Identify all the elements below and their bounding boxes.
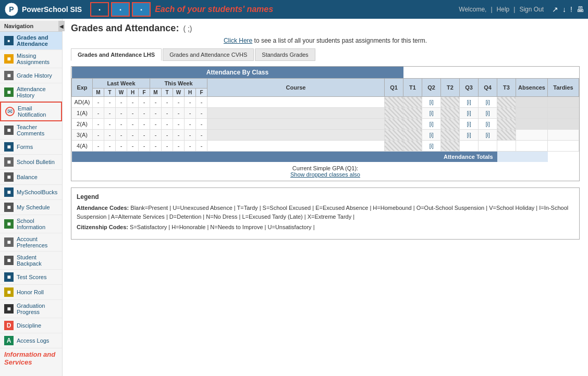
absences-cell <box>516 119 548 130</box>
day-cell: - <box>196 97 207 108</box>
honor-roll-icon: ■ <box>4 287 14 297</box>
sidebar-item-discipline[interactable]: D Discipline <box>0 318 62 333</box>
sidebar-item-access-logs[interactable]: A Access Logs <box>0 333 62 348</box>
show-dropped-link[interactable]: Show dropped classes also <box>290 171 360 178</box>
q4-link[interactable]: [i] <box>486 99 490 105</box>
student-tab-3[interactable]: ▪ <box>132 2 151 17</box>
alert-icon[interactable]: ! <box>570 5 572 14</box>
day-tw-w: W <box>173 89 185 97</box>
day-cell: - <box>116 130 127 141</box>
sidebar-item-grade-history[interactable]: ■ Grade History <box>0 68 62 83</box>
student-tab-2[interactable]: ▪ <box>111 2 130 17</box>
q2-cell[interactable]: [i] <box>422 141 441 152</box>
sidebar-label-graduation: Graduation Progress <box>17 303 58 315</box>
q2-link[interactable]: [i] <box>430 99 434 105</box>
sidebar-item-grades-attendance[interactable]: ■ Grades and Attendance <box>0 32 62 50</box>
col-tardies: Tardies <box>548 79 579 97</box>
q2-link[interactable]: [i] <box>430 132 434 138</box>
sidebar-item-student-backpack[interactable]: ■ Student Backpack <box>0 252 62 270</box>
sidebar-item-school-bulletin[interactable]: ■ School Bulletin <box>0 155 62 170</box>
sidebar-label-honor: Honor Roll <box>17 289 44 295</box>
sidebar-title: Navigation <box>0 21 62 32</box>
bulletin-icon: ■ <box>4 157 14 167</box>
q4-cell[interactable]: [i] <box>479 97 497 108</box>
day-cell: - <box>185 141 196 152</box>
sidebar-item-attendance-history[interactable]: ■ Attendance History <box>0 83 62 102</box>
q3-cell[interactable]: [i] <box>460 130 479 141</box>
sidebar-item-teacher-comments[interactable]: ■ Teacher Comments <box>0 121 62 140</box>
sidebar-item-myschoolbucks[interactable]: ■ MySchoolBucks <box>0 185 62 200</box>
q2-cell[interactable]: [i] <box>422 97 441 108</box>
q3-cell[interactable]: [i] <box>460 119 479 130</box>
q3-cell <box>460 141 479 152</box>
day-cell: - <box>104 97 116 108</box>
q4-link[interactable]: [i] <box>486 110 490 116</box>
click-here-suffix: to see a list of all your students past … <box>252 37 427 44</box>
sidebar-item-missing-assignments[interactable]: ■ Missing Assignments <box>0 50 62 68</box>
q4-link[interactable]: [i] <box>486 121 490 127</box>
day-cell: - <box>104 108 116 119</box>
tab-cvhs[interactable]: Grades and Attendance CVHS <box>163 48 254 61</box>
q3-cell[interactable]: [i] <box>460 97 479 108</box>
q4-link[interactable]: [i] <box>486 132 490 138</box>
q2-link[interactable]: [i] <box>430 110 434 116</box>
sidebar-item-email-notification[interactable]: ✉ Email Notification <box>0 102 62 121</box>
signout-link[interactable]: Sign Out <box>519 6 544 13</box>
sidebar-item-my-schedule[interactable]: ■ My Schedule <box>0 200 62 215</box>
sidebar-collapse-button[interactable]: ◀ <box>58 21 65 31</box>
q2-cell[interactable]: [i] <box>422 119 441 130</box>
attendance-codes-text: Blank=Present | U=Unexcused Absence | T=… <box>77 205 568 220</box>
q2-cell[interactable]: [i] <box>422 130 441 141</box>
grade-history-icon: ■ <box>4 71 14 80</box>
click-here-link[interactable]: Click Here <box>224 37 252 44</box>
q3-link[interactable]: [i] <box>467 121 471 127</box>
day-lw-w: W <box>116 89 127 97</box>
graduation-icon: ■ <box>4 304 14 314</box>
email-notification-icon: ✉ <box>5 107 15 116</box>
q1-cell <box>385 108 403 119</box>
q3-link[interactable]: [i] <box>467 110 471 116</box>
sidebar-item-forms[interactable]: ■ Forms <box>0 140 62 155</box>
day-cell: - <box>139 130 150 141</box>
day-cell: - <box>104 130 116 141</box>
access-logs-icon: A <box>4 336 14 345</box>
day-cell: - <box>127 108 139 119</box>
sidebar-item-graduation-progress[interactable]: ■ Graduation Progress <box>0 300 62 318</box>
day-cell: - <box>173 119 185 130</box>
col-q4: Q4 <box>479 79 497 97</box>
external-link-icon[interactable]: ↗ <box>552 5 558 14</box>
q4-cell[interactable]: [i] <box>479 119 497 130</box>
header-right: Welcome, | Help | Sign Out ↗ ↓ ! 🖶 <box>459 5 584 14</box>
sidebar-item-school-information[interactable]: ■ School Information <box>0 215 62 233</box>
download-icon[interactable]: ↓ <box>562 5 566 14</box>
help-link[interactable]: Help <box>497 6 510 13</box>
tab-lhs[interactable]: Grades and Attendance LHS <box>71 48 162 61</box>
day-cell: - <box>116 119 127 130</box>
q3-link[interactable]: [i] <box>467 132 471 138</box>
day-cell: - <box>150 141 162 152</box>
q3-link[interactable]: [i] <box>467 99 471 105</box>
day-cell: - <box>93 97 104 108</box>
sidebar-item-test-scores[interactable]: ■ Test Scores <box>0 270 62 285</box>
sidebar-item-account-preferences[interactable]: ■ Account Preferences <box>0 233 62 252</box>
day-cell: - <box>150 97 162 108</box>
tab-standards[interactable]: Standards Grades <box>255 48 315 61</box>
q2-link[interactable]: [i] <box>430 143 434 149</box>
day-cell: - <box>185 130 196 141</box>
student-tab-1[interactable]: ▪ <box>90 2 109 17</box>
exp-cell: 2(A) <box>72 119 93 130</box>
forms-icon: ■ <box>4 142 14 152</box>
q2-cell[interactable]: [i] <box>422 108 441 119</box>
q3-cell[interactable]: [i] <box>460 108 479 119</box>
course-cell <box>207 130 385 141</box>
day-cell: - <box>173 97 185 108</box>
sidebar-item-balance[interactable]: ■ Balance <box>0 170 62 185</box>
t3-cell <box>497 97 516 108</box>
print-icon[interactable]: 🖶 <box>577 5 584 14</box>
q4-cell[interactable]: [i] <box>479 130 497 141</box>
q4-cell[interactable]: [i] <box>479 108 497 119</box>
day-lw-t: T <box>104 89 116 97</box>
sidebar-item-honor-roll[interactable]: ■ Honor Roll <box>0 285 62 300</box>
day-tw-m: M <box>150 89 162 97</box>
q2-link[interactable]: [i] <box>430 121 434 127</box>
